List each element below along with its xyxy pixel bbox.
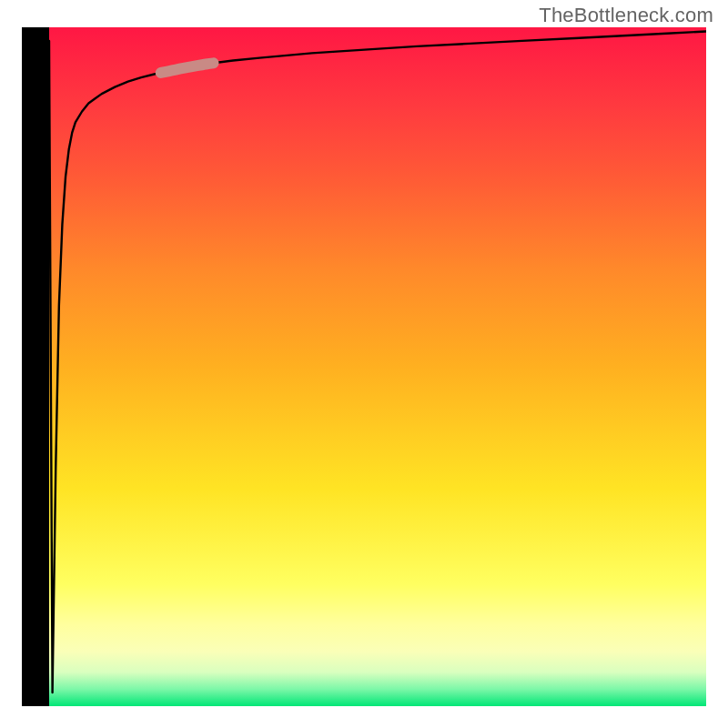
curve-layer xyxy=(22,27,706,706)
chart-container: TheBottleneck.com xyxy=(0,0,728,728)
plot-frame xyxy=(22,27,706,706)
bottleneck-curve xyxy=(49,31,706,693)
attribution-label: TheBottleneck.com xyxy=(539,4,713,27)
curve-highlight-icon xyxy=(161,63,214,73)
